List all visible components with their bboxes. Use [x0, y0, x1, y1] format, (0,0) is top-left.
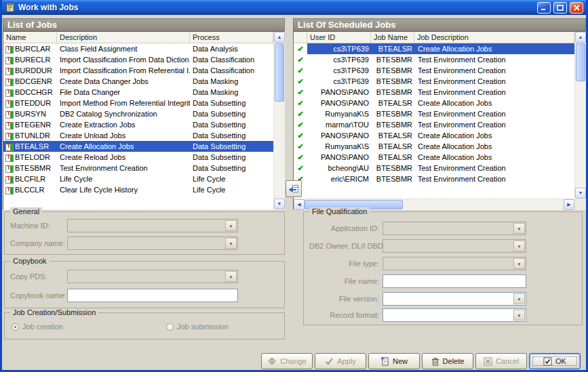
- scroll-right-button[interactable]: ▶: [564, 199, 574, 210]
- job-row[interactable]: TBTESBMRTest Environment CreationData Su…: [3, 163, 273, 173]
- machine-id-combo[interactable]: ▼: [67, 219, 238, 232]
- cancel-button[interactable]: Cancel: [475, 353, 527, 369]
- job-row[interactable]: TBTUNLDRCreate Unload JobsData Subsettin…: [3, 130, 273, 141]
- column-header-job-name[interactable]: Job Name: [371, 32, 414, 43]
- job-description-cell: Test Environment Creation: [414, 54, 574, 65]
- dropdown-arrow-icon[interactable]: ▼: [225, 271, 237, 282]
- ok-button[interactable]: OK: [529, 353, 581, 369]
- scrollbar-thumb[interactable]: [576, 43, 585, 81]
- scroll-down-button[interactable]: ▼: [575, 188, 586, 199]
- application-id-combo[interactable]: ▼: [383, 222, 526, 235]
- scheduled-job-row[interactable]: ✔PANOS\PANOBTESBMRTest Environment Creat…: [294, 87, 574, 98]
- scroll-down-button[interactable]: ▼: [274, 199, 285, 209]
- close-button[interactable]: [570, 2, 583, 14]
- job-row[interactable]: TBURDDURImport Classification From Refer…: [3, 65, 273, 76]
- scheduled-job-row[interactable]: ✔cs3\TP639BTESBMRTest Environment Creati…: [294, 54, 574, 65]
- job-name-cell: BTESBMR: [371, 119, 414, 130]
- scheduled-job-row[interactable]: ✔marmar\TOUBTESBMRTest Environment Creat…: [294, 119, 574, 130]
- apply-button[interactable]: Apply: [315, 353, 366, 369]
- job-row[interactable]: TBDCGENRCreate Data Changer JobsData Mas…: [3, 76, 273, 87]
- job-type-icon: T: [3, 87, 15, 98]
- file-name-input[interactable]: [383, 274, 526, 288]
- job-submission-radio[interactable]: Job submission: [166, 323, 229, 331]
- scroll-left-button[interactable]: ◀: [294, 199, 305, 210]
- scheduled-check-icon: ✔: [294, 108, 307, 119]
- job-creation-radio[interactable]: Job creation: [12, 323, 63, 331]
- dropdown-arrow-icon[interactable]: ▼: [225, 220, 237, 231]
- column-header-name[interactable]: Name: [3, 32, 57, 43]
- apply-icon: [325, 357, 334, 365]
- scheduled-job-row[interactable]: ✔PANOS\PANOBTEALSRCreate Allocation Jobs: [294, 98, 574, 108]
- work-with-jobs-window: Work with Jobs List of Jobs Name Descrip…: [0, 0, 588, 372]
- record-format-combo[interactable]: ▼: [383, 308, 526, 322]
- scroll-up-button[interactable]: ▲: [274, 32, 285, 43]
- job-type-icon: T: [3, 43, 15, 54]
- scrollbar-thumb[interactable]: [275, 43, 284, 102]
- app-icon: [5, 2, 16, 13]
- job-row[interactable]: TBTEGENRCreate Extraction JobsData Subse…: [3, 119, 273, 130]
- scheduled-job-row[interactable]: ✔PANOS\PANOBTEALSRCreate Allocation Jobs: [294, 130, 574, 141]
- job-process-cell: Life Cycle: [190, 184, 273, 195]
- scheduled-table-body: ✔cs3\TP639BTEALSRCreate Allocation Jobs✔…: [294, 43, 574, 199]
- scheduled-job-row[interactable]: ✔PANOS\PANOBTEALSRCreate Allocation Jobs: [294, 152, 574, 163]
- new-button[interactable]: New: [368, 353, 420, 369]
- dropdown-arrow-icon[interactable]: ▼: [513, 241, 525, 251]
- jobs-panel: List of Jobs Name Description Process TB…: [3, 18, 285, 210]
- scheduled-panel-header: List Of Scheduled Jobs: [293, 18, 586, 31]
- delete-button[interactable]: Delete: [422, 353, 473, 369]
- column-header-job-description[interactable]: Job Description: [414, 32, 574, 43]
- file-type-combo[interactable]: ▼: [383, 257, 526, 270]
- job-description-cell: DB2 Catalog Synchronization: [57, 108, 190, 119]
- scheduled-job-row[interactable]: ✔RumyanaK\SBTESBMRTest Environment Creat…: [294, 108, 574, 119]
- titlebar[interactable]: Work with Jobs: [2, 0, 586, 15]
- scheduled-job-row[interactable]: ✔bcheong\AUBTESBMRTest Environment Creat…: [294, 163, 574, 173]
- scheduled-job-row[interactable]: ✔eric\ERICMBTESBMRTest Environment Creat…: [294, 173, 574, 184]
- job-process-cell: Life Cycle: [190, 173, 273, 184]
- column-header-status-icon[interactable]: [294, 32, 307, 43]
- job-row[interactable]: TBURECLRImport Classification From Data …: [3, 54, 273, 65]
- change-button[interactable]: Change: [261, 353, 313, 369]
- column-header-user-id[interactable]: User ID: [307, 32, 371, 43]
- dropdown-arrow-icon[interactable]: ▼: [513, 258, 525, 269]
- job-row[interactable]: TBTEALSRCreate Allocation JobsData Subse…: [3, 141, 273, 152]
- job-row[interactable]: TBURSYNDB2 Catalog SynchronizationData S…: [3, 108, 273, 119]
- job-creation-radio-label: Job creation: [22, 323, 63, 331]
- dropdown-arrow-icon[interactable]: ▼: [513, 310, 525, 321]
- copybook-name-input[interactable]: [67, 289, 238, 302]
- dropdown-arrow-icon[interactable]: ▼: [513, 293, 525, 304]
- new-button-label: New: [393, 357, 408, 365]
- scheduled-check-icon: ✔: [294, 65, 307, 76]
- copy-pds-combo[interactable]: ▼: [67, 270, 238, 283]
- column-header-description[interactable]: Description: [57, 32, 190, 43]
- job-name-cell: BTEALSR: [371, 98, 414, 108]
- maximize-button[interactable]: [553, 2, 567, 14]
- job-row[interactable]: TBLCFILRLife CycleLife Cycle: [3, 173, 273, 184]
- scheduled-job-row[interactable]: ✔cs3\TP639BTEALSRCreate Allocation Jobs: [294, 43, 574, 54]
- db2-owner-combo[interactable]: ▼: [383, 239, 526, 253]
- scheduled-vertical-scrollbar[interactable]: ▲ ▼: [574, 32, 585, 199]
- job-name-cell: BTESBMR: [371, 173, 414, 184]
- job-row[interactable]: TBLCCLRClear Life Cycle HistoryLife Cycl…: [3, 184, 273, 195]
- file-version-label: File version:: [309, 295, 383, 303]
- scheduled-job-row[interactable]: ✔cs3\TP639BTESBMRTest Environment Creati…: [294, 65, 574, 76]
- cancel-x-icon: [484, 357, 492, 366]
- schedule-job-transfer-button[interactable]: [286, 180, 302, 197]
- file-version-combo[interactable]: ▼: [383, 292, 526, 306]
- job-row[interactable]: TBTEDDURImport Method From Referential I…: [3, 98, 273, 108]
- jobs-vertical-scrollbar[interactable]: ▲ ▼: [273, 32, 284, 209]
- minimize-button[interactable]: [537, 2, 551, 14]
- column-header-process[interactable]: Process: [190, 32, 273, 43]
- job-row[interactable]: TBURCLARClass Field AssignmentData Analy…: [3, 43, 273, 54]
- job-type-icon: T: [3, 173, 15, 184]
- scheduled-job-row[interactable]: ✔RumyanaK\SBTEALSRCreate Allocation Jobs: [294, 141, 574, 152]
- scroll-up-button[interactable]: ▲: [575, 32, 586, 43]
- job-name-cell: BTESBMR: [371, 163, 414, 173]
- dropdown-arrow-icon[interactable]: ▼: [513, 223, 525, 234]
- dialog-client-area: List of Jobs Name Description Process TB…: [2, 15, 586, 370]
- dropdown-arrow-icon[interactable]: ▼: [225, 238, 237, 249]
- job-row[interactable]: TBDCCHGRFile Data ChangerData Masking: [3, 87, 273, 98]
- job-row[interactable]: TBTELODRCreate Reload JobsData Subsettin…: [3, 152, 273, 163]
- job-description-cell: Import Method From Referential Integrity: [57, 98, 190, 108]
- scheduled-job-row[interactable]: ✔cs3\TP639BTESBMRTest Environment Creati…: [294, 76, 574, 87]
- company-name-combo[interactable]: ▼: [67, 236, 238, 250]
